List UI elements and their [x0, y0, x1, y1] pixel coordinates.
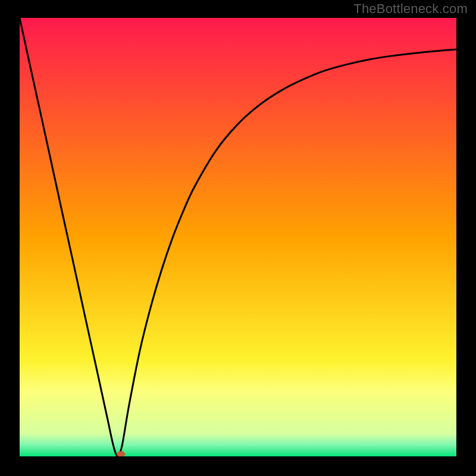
bottleneck-chart [20, 18, 456, 456]
watermark-text: TheBottleneck.com [353, 1, 468, 17]
gradient-background [20, 18, 456, 456]
chart-plot-area [20, 18, 456, 456]
